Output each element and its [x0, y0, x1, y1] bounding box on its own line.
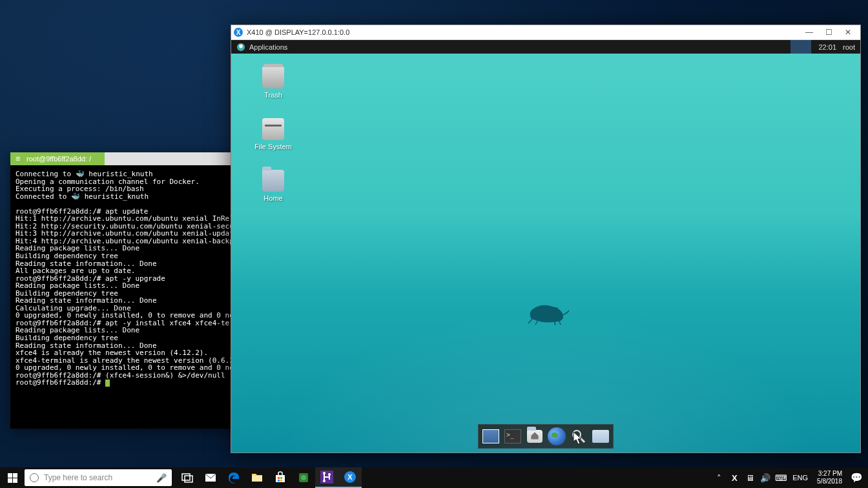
search-input[interactable]: Type here to search 🎤	[25, 469, 172, 486]
tray-time: 3:27 PM	[817, 470, 842, 478]
task-view-button[interactable]	[176, 467, 199, 488]
svg-text:X: X	[347, 473, 353, 481]
tray-chevron-icon[interactable]: ˄	[711, 473, 727, 483]
desktop-icon-home[interactable]: Home	[251, 170, 296, 202]
svg-point-16	[323, 472, 326, 474]
action-center-icon[interactable]: 💬	[847, 472, 865, 483]
workspace-switcher[interactable]	[790, 40, 811, 54]
xfce-logo-icon	[236, 43, 245, 52]
panel-user[interactable]: root	[843, 43, 855, 51]
x410-title: X410 @ DISPLAY=127.0.0.1:0.0	[247, 28, 800, 36]
svg-point-1	[554, 307, 558, 311]
tray-monitor-icon[interactable]: 🖥	[742, 473, 758, 483]
taskbar-mail[interactable]	[199, 467, 222, 488]
svg-line-3	[580, 438, 584, 442]
tray-keyboard-icon[interactable]: ⌨	[773, 473, 789, 483]
tray-language[interactable]: ENG	[789, 474, 812, 482]
dock-terminal[interactable]: >_	[503, 427, 522, 445]
svg-rect-7	[252, 476, 262, 482]
xfce-mouse-wallpaper	[525, 299, 570, 326]
terminal-tab-title: root@9ffb6ff2a8dd: /	[26, 155, 91, 163]
dock-file-manager[interactable]	[525, 427, 544, 445]
close-button[interactable]: ✕	[838, 28, 858, 37]
svg-rect-10	[280, 477, 282, 479]
x410-titlebar[interactable]: X X410 @ DISPLAY=127.0.0.1:0.0 — ☐ ✕	[231, 25, 860, 40]
folder-icon	[262, 170, 284, 192]
drive-icon	[262, 118, 284, 140]
x410-icon: X	[234, 28, 243, 37]
dock-web-browser[interactable]	[547, 427, 566, 445]
cursor-icon	[573, 431, 583, 445]
svg-rect-4	[182, 474, 190, 480]
hamburger-icon[interactable]: ≡	[16, 154, 20, 163]
maximize-button[interactable]: ☐	[819, 28, 838, 37]
svg-point-18	[328, 473, 331, 476]
trash-label: Trash	[251, 91, 296, 99]
search-placeholder: Type here to search	[44, 473, 112, 482]
windows-taskbar[interactable]: Type here to search 🎤 X ˄ X 🖥 🔊 ⌨ ENG 3:…	[0, 467, 868, 488]
taskbar-x410[interactable]: X	[338, 467, 362, 488]
xfce-top-panel[interactable]: Applications 22:01 root	[231, 40, 860, 54]
home-label: Home	[251, 194, 296, 202]
svg-rect-12	[280, 480, 282, 482]
system-tray[interactable]: ˄ X 🖥 🔊 ⌨ ENG 3:27 PM 5/8/2018 💬	[711, 470, 868, 485]
svg-rect-5	[185, 476, 192, 482]
panel-clock[interactable]: 22:01	[819, 43, 837, 51]
taskbar-security[interactable]	[292, 467, 315, 488]
dock-app-finder[interactable]	[569, 427, 588, 445]
applications-label: Applications	[249, 43, 287, 51]
windows-logo-icon	[8, 473, 17, 483]
applications-menu[interactable]: Applications	[236, 43, 287, 52]
trash-icon	[262, 66, 284, 88]
tray-volume-icon[interactable]: 🔊	[758, 473, 773, 483]
svg-rect-11	[278, 480, 280, 482]
taskbar-file-explorer[interactable]	[245, 467, 269, 488]
mic-icon[interactable]: 🎤	[156, 473, 167, 483]
tray-date: 5/8/2018	[817, 478, 842, 485]
x410-window[interactable]: X X410 @ DISPLAY=127.0.0.1:0.0 — ☐ ✕ App…	[231, 25, 861, 453]
dock-folder[interactable]	[591, 427, 610, 445]
dock-show-desktop[interactable]	[481, 427, 501, 445]
magnifier-icon	[571, 429, 586, 444]
desktop-icon-trash[interactable]: Trash	[251, 66, 296, 99]
minimize-button[interactable]: —	[800, 28, 819, 37]
cortana-icon	[30, 473, 39, 482]
xfce-desktop[interactable]: Trash File System Home >_	[231, 54, 860, 452]
xfce-dock[interactable]: >_	[478, 424, 614, 449]
taskbar-store[interactable]	[269, 467, 292, 488]
tray-x-icon[interactable]: X	[727, 473, 742, 483]
taskbar-gitextensions[interactable]	[315, 467, 338, 488]
home-icon	[530, 431, 539, 440]
svg-point-2	[573, 431, 581, 438]
taskbar-edge[interactable]	[222, 467, 245, 488]
filesystem-label: File System	[251, 143, 296, 150]
svg-point-14	[301, 475, 306, 480]
svg-rect-9	[278, 477, 280, 479]
desktop-icon-filesystem[interactable]: File System	[251, 118, 296, 150]
tray-clock[interactable]: 3:27 PM 5/8/2018	[812, 470, 847, 485]
svg-point-17	[323, 480, 326, 482]
start-button[interactable]	[0, 467, 25, 488]
